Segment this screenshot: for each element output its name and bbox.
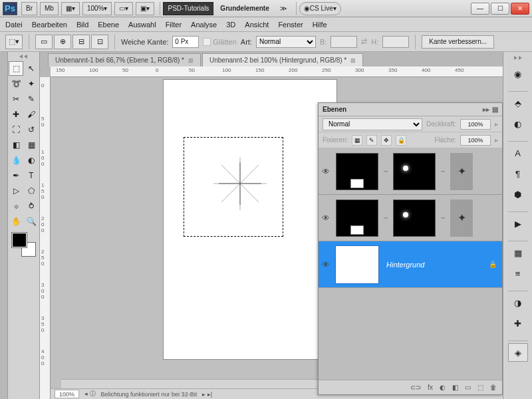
menu-bild[interactable]: Bild — [76, 21, 88, 29]
shape-tool[interactable]: ⬠ — [24, 184, 39, 198]
visibility-icon[interactable]: 👁 — [319, 260, 333, 269]
pen-tool[interactable]: ✒ — [9, 168, 23, 183]
workspace-more[interactable]: ≫ — [276, 2, 291, 15]
hand-tool[interactable]: ✋ — [9, 214, 23, 229]
menu-ansicht[interactable]: Ansicht — [245, 21, 269, 29]
layer-row-hintergrund[interactable]: 👁 Hintergrund 🔒 — [319, 241, 502, 288]
menu-hilfe[interactable]: Hilfe — [313, 21, 327, 29]
panel-collapse-icon[interactable]: ▸▸ — [483, 106, 489, 113]
foreground-color[interactable] — [12, 233, 27, 247]
zoom-level[interactable]: 100% ▾ — [82, 2, 112, 15]
tab-unbenannt-2[interactable]: Unbenannt-2 bei 100% (Hintergrund, RGB/8… — [202, 53, 363, 66]
gradient-tool[interactable]: ▦ — [24, 138, 39, 152]
selection-subtract[interactable]: ⊟ — [72, 35, 90, 49]
healing-tool[interactable]: ✚ — [9, 107, 23, 122]
ruler-vertical[interactable]: 050100150200250300350400 — [40, 77, 51, 399]
layer-row[interactable]: 👁 ⎓ ⎓ ✦ — [319, 148, 502, 195]
toolbox-collapse-icon[interactable] — [19, 55, 29, 59]
blur-tool[interactable]: 💧 — [9, 153, 23, 168]
lasso-tool[interactable]: ➰ — [9, 76, 23, 91]
crop-tool[interactable]: ✂ — [9, 92, 23, 106]
menu-ebene[interactable]: Ebene — [98, 21, 119, 29]
dock-expand-icon[interactable] — [513, 56, 523, 60]
visibility-icon[interactable]: 👁 — [319, 167, 333, 176]
3d-camera-tool[interactable]: ⥁ — [24, 199, 39, 213]
zoom-tool[interactable]: 🔍 — [24, 214, 39, 229]
character-panel-icon[interactable]: A — [508, 144, 528, 162]
history-brush-tool[interactable]: ↺ — [24, 122, 39, 137]
visibility-icon[interactable]: 👁 — [319, 213, 333, 223]
workspace-psdtutorials[interactable]: PSD-Tutorials — [163, 2, 213, 15]
maximize-button[interactable]: ☐ — [491, 3, 509, 15]
minimize-button[interactable]: — — [471, 3, 489, 15]
color-swatches[interactable] — [12, 233, 36, 257]
color-panel-icon[interactable]: ◉ — [508, 65, 528, 83]
navigator-panel-icon[interactable]: ◑ — [508, 293, 528, 312]
close-icon[interactable]: ⊠ — [188, 57, 194, 64]
tool-preset[interactable]: ⬚▾ — [5, 35, 23, 49]
link-layers-icon[interactable]: ⊂⊃ — [410, 384, 421, 391]
menu-bearbeiten[interactable]: Bearbeiten — [32, 21, 67, 29]
new-group-icon[interactable]: ▭ — [465, 384, 471, 391]
opacity-input[interactable]: 100% — [460, 119, 491, 130]
menu-3d[interactable]: 3D — [226, 21, 235, 29]
move-tool[interactable]: ↖ — [24, 61, 39, 76]
history-panel-icon[interactable]: ≡ — [508, 264, 528, 283]
adjustments-panel-icon[interactable]: ⬘ — [508, 94, 528, 112]
tab-unbenannt-1[interactable]: Unbenannt-1 bei 66,7% (Ebene 1, RGB/8) *… — [48, 53, 201, 66]
menu-fenster[interactable]: Fenster — [278, 21, 303, 29]
type-tool[interactable]: T — [24, 168, 39, 183]
brush-tool[interactable]: 🖌 — [24, 107, 39, 122]
fill-input[interactable]: 100% — [460, 135, 491, 146]
mask-thumbnail[interactable] — [393, 200, 436, 237]
stamp-tool[interactable]: ⛶ — [9, 122, 23, 137]
menu-analyse[interactable]: Analyse — [191, 21, 217, 29]
3d-tool[interactable]: ⟐ — [9, 199, 23, 213]
lock-position-icon[interactable]: ✥ — [381, 135, 392, 146]
status-zoom[interactable]: 100% — [55, 390, 79, 398]
styles-panel-icon[interactable]: ⬢ — [508, 185, 528, 203]
magic-wand-tool[interactable]: ✦ — [24, 76, 39, 91]
close-button[interactable]: ✕ — [511, 3, 529, 15]
bridge-button[interactable]: Br — [21, 2, 37, 15]
menu-filter[interactable]: Filter — [166, 21, 182, 29]
arrange-button[interactable]: ▭▾ — [114, 2, 133, 15]
panel-title[interactable]: Ebenen — [323, 106, 346, 113]
view-extras-button[interactable]: ▦▾ — [61, 2, 80, 15]
path-select-tool[interactable]: ▷ — [9, 184, 23, 198]
layer-name[interactable]: Hintergrund — [381, 261, 489, 269]
layer-mask-icon[interactable]: ◐ — [440, 384, 446, 391]
lock-all-icon[interactable]: 🔒 — [396, 135, 406, 146]
lock-pixels-icon[interactable]: ✎ — [366, 135, 377, 146]
mask-thumbnail[interactable] — [393, 153, 436, 190]
canvas-area[interactable]: 100% ◂ ⓘ Belichtung funktioniert nur bei… — [51, 77, 503, 399]
eyedropper-tool[interactable]: ✎ — [24, 92, 39, 106]
paragraph-panel-icon[interactable]: ¶ — [508, 164, 528, 183]
selection-intersect[interactable]: ⊡ — [91, 35, 108, 49]
adjustment-layer-icon[interactable]: ◧ — [452, 384, 458, 391]
close-icon[interactable]: ⊠ — [350, 57, 356, 64]
swatches-panel-icon[interactable]: ▦ — [508, 243, 528, 262]
menu-auswahl[interactable]: Auswahl — [128, 21, 156, 29]
minibridge-button[interactable]: Mb — [40, 2, 59, 15]
refine-edge-button[interactable]: Kante verbessern... — [422, 35, 494, 49]
marquee-tool[interactable]: ⬚ — [9, 61, 23, 76]
menu-datei[interactable]: Datei — [5, 21, 23, 29]
masks-panel-icon[interactable]: ◐ — [508, 114, 528, 133]
workspace-grundelemente[interactable]: Grundelemente — [216, 2, 273, 15]
screen-mode-button[interactable]: ▣▾ — [136, 2, 154, 15]
layer-thumbnail[interactable] — [336, 246, 378, 283]
ruler-horizontal[interactable]: 15010050050100150200250300350400450 — [51, 66, 503, 77]
smart-filter-icon[interactable]: ✦ — [450, 200, 473, 237]
layer-row[interactable]: 👁 ⎓ ⎓ ✦ — [319, 195, 502, 241]
layers-panel-icon[interactable]: ◈ — [508, 343, 528, 362]
feather-input[interactable]: 0 Px — [172, 36, 199, 48]
dodge-tool[interactable]: ◐ — [24, 153, 39, 168]
actions-panel-icon[interactable]: ▶ — [508, 214, 528, 233]
delete-layer-icon[interactable]: 🗑 — [490, 384, 497, 391]
layer-thumbnail[interactable] — [336, 153, 378, 190]
smart-filter-icon[interactable]: ✦ — [450, 153, 473, 190]
layer-fx-icon[interactable]: fx — [428, 384, 433, 391]
lock-transparency-icon[interactable]: ▦ — [352, 135, 362, 146]
layer-thumbnail[interactable] — [336, 200, 378, 237]
